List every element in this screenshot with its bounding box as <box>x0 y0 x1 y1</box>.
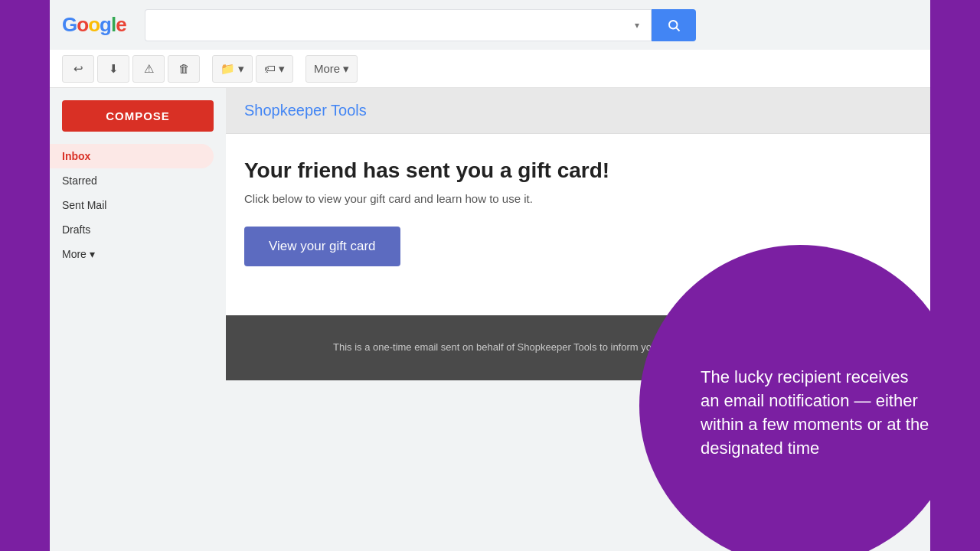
sidebar-item-more[interactable]: More ▾ <box>50 242 214 266</box>
reply-icon: ↩ <box>74 62 83 76</box>
main-container: Google ▾ ↩ ⬇ ⚠ 🗑 📁 ▾ <box>50 0 930 551</box>
folder-dropdown-icon: ▾ <box>238 62 244 76</box>
sidebar-item-starred[interactable]: Starred <box>50 168 214 193</box>
sent-label: Sent Mail <box>62 199 106 211</box>
archive-icon: ⬇ <box>109 62 119 76</box>
tag-icon: 🏷 <box>264 62 276 75</box>
folder-button[interactable]: 📁 ▾ <box>212 55 253 83</box>
report-icon: ⚠ <box>144 62 154 76</box>
bg-left <box>0 0 50 551</box>
google-logo: Google <box>62 13 126 37</box>
logo-o1: o <box>77 13 88 37</box>
bg-right <box>930 0 980 551</box>
top-bar: Google ▾ <box>50 0 930 50</box>
search-dropdown-btn[interactable]: ▾ <box>624 9 652 41</box>
drafts-label: Drafts <box>62 223 90 236</box>
sidebar-item-drafts[interactable]: Drafts <box>50 217 214 242</box>
tag-button[interactable]: 🏷 ▾ <box>256 55 293 83</box>
content-area: COMPOSE Inbox Starred Sent Mail Drafts M… <box>50 88 930 551</box>
more-label: More <box>314 62 340 75</box>
search-input[interactable] <box>145 9 624 41</box>
logo-o2: o <box>88 13 100 37</box>
report-button[interactable]: ⚠ <box>132 55 165 83</box>
search-icon <box>667 18 681 32</box>
email-subject: Shopkeeper Tools <box>244 102 912 119</box>
archive-button[interactable]: ⬇ <box>97 55 129 83</box>
more-button[interactable]: More ▾ <box>305 55 358 83</box>
folder-icon: 📁 <box>220 62 235 76</box>
email-subject-bar: Shopkeeper Tools <box>226 88 930 134</box>
delete-icon: 🗑 <box>178 62 190 75</box>
email-headline: Your friend has sent you a gift card! <box>244 158 912 183</box>
overlay-text: The lucky recipient receives an email no… <box>701 366 930 460</box>
more-nav-chevron-icon: ▾ <box>90 248 95 260</box>
reply-button[interactable]: ↩ <box>62 55 94 83</box>
starred-label: Starred <box>62 174 97 187</box>
search-button[interactable] <box>652 9 696 41</box>
search-container: ▾ <box>145 9 696 41</box>
sidebar-item-sent[interactable]: Sent Mail <box>50 193 214 217</box>
more-dropdown-icon: ▾ <box>343 62 349 76</box>
email-wrapper: Shopkeeper Tools Your friend has sent yo… <box>226 88 930 551</box>
email-subtext: Click below to view your gift card and l… <box>244 192 912 205</box>
logo-e: e <box>116 13 126 37</box>
delete-button[interactable]: 🗑 <box>168 55 200 83</box>
more-nav-label: More <box>62 248 87 260</box>
sidebar: COMPOSE Inbox Starred Sent Mail Drafts M… <box>50 88 226 551</box>
svg-line-1 <box>676 28 679 31</box>
tag-dropdown-icon: ▾ <box>279 62 285 76</box>
toolbar: ↩ ⬇ ⚠ 🗑 📁 ▾ 🏷 ▾ More ▾ <box>50 50 930 88</box>
inbox-label: Inbox <box>62 150 90 162</box>
view-gift-card-button[interactable]: View your gift card <box>244 227 400 266</box>
logo-g: G <box>62 13 77 37</box>
svg-point-0 <box>669 21 678 29</box>
logo-g2: g <box>100 13 111 37</box>
sidebar-item-inbox[interactable]: Inbox <box>50 144 214 168</box>
compose-button[interactable]: COMPOSE <box>62 100 214 132</box>
